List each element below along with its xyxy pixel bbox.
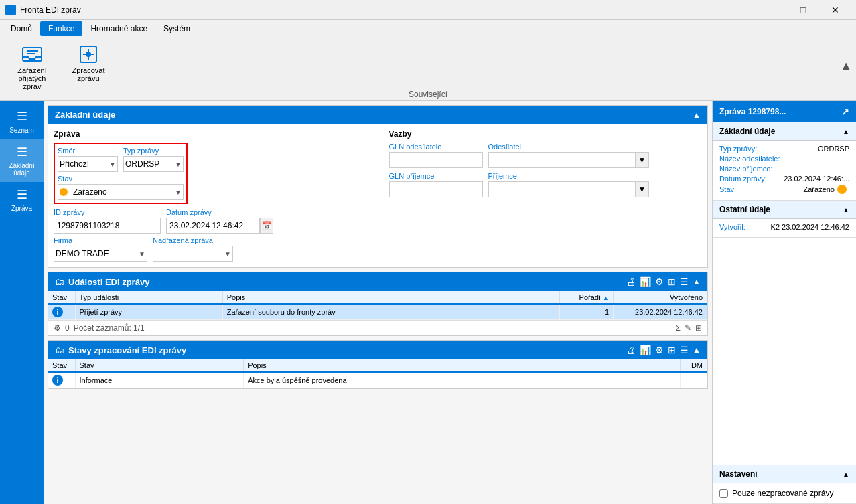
footer-export-icon[interactable]: ⊞ — [695, 323, 702, 333]
pouze-nezpracovane-checkbox[interactable] — [719, 489, 728, 498]
firma-label: Firma — [54, 236, 147, 244]
stav-label: Stav — [58, 175, 184, 183]
nadrazena-zprava-select[interactable]: ▼ — [153, 246, 233, 262]
udalosti-columns-icon[interactable]: ⊞ — [668, 276, 676, 287]
typ-zpravy-group: Typ zprávy ORDRSP ▼ — [123, 147, 184, 172]
info-icon: i — [52, 375, 63, 386]
typ-zpravy-select[interactable]: ORDRSP ▼ — [123, 156, 184, 172]
right-stav-row: Stav: Zařazeno — [719, 185, 849, 194]
toolbar-collapse-btn[interactable]: ▲ — [840, 59, 852, 73]
typ-zpravy-value: ORDRSP — [125, 159, 159, 169]
nadrazena-zprava-label: Nadřazená zpráva — [153, 236, 233, 244]
right-datum-zpravy-value: 23.02.2024 12:46:... — [784, 175, 849, 183]
stavy-print-icon[interactable]: 🖨 — [626, 345, 636, 355]
toolbar-zarazeni-btn[interactable]: Zařazení přijatých zpráv — [5, 40, 59, 94]
process-icon — [78, 44, 99, 65]
toolbar-zpracovat-btn[interactable]: Zpracovat zprávu — [62, 40, 115, 86]
udalosti-menu-icon[interactable]: ☰ — [680, 276, 689, 287]
app-icon — [5, 5, 16, 15]
udalosti-settings-icon[interactable]: ⚙ — [655, 276, 664, 287]
firma-value: DEMO TRADE — [56, 249, 109, 258]
firma-select[interactable]: DEMO TRADE ▼ — [54, 246, 147, 262]
udalosti-title: Události EDI zprávy — [68, 277, 149, 287]
stav-select[interactable]: Zařazeno ▼ — [58, 184, 184, 200]
right-zakladni-udaje-header[interactable]: Základní údaje ▲ — [713, 122, 856, 141]
table-row[interactable]: i Informace Akce byla úspěšně provedena — [48, 372, 707, 388]
datum-calendar-icon[interactable]: 📅 — [260, 218, 273, 234]
footer-edit-icon[interactable]: ✎ — [685, 323, 691, 333]
footer-sigma-icon[interactable]: Σ — [676, 323, 681, 333]
stavy-header[interactable]: 🗂 Stavy zpracování EDI zprávy 🖨 📊 ⚙ ⊞ ☰ … — [48, 341, 707, 359]
menu-domu[interactable]: Domů — [3, 21, 40, 36]
nadrazena-zprava-group: Nadřazená zpráva ▼ — [153, 236, 233, 262]
udalosti-print-icon[interactable]: 🖨 — [626, 276, 636, 287]
table-row[interactable]: i Přijetí zprávy Zařazení souboru do fro… — [48, 304, 707, 320]
minimize-button[interactable]: — — [756, 0, 786, 20]
gln-prijemce-row: GLN příjemce Příjemce ▼ — [389, 172, 703, 197]
sidebar-item-seznam[interactable]: ☰ Seznam — [0, 104, 44, 139]
right-nastaveni-header[interactable]: Nastavení ▲ — [713, 465, 856, 483]
zakladni-udaje-title: Základní údaje — [55, 110, 115, 120]
datum-zpravy-wrapper: 📅 — [166, 218, 273, 234]
right-nastaveni-section: Nastavení ▲ Pouze nezpracované zprávy — [713, 465, 856, 504]
sidebar-item-zprava[interactable]: ☰ Zpráva — [0, 182, 44, 218]
right-panel-title: Zpráva 1298798... — [719, 107, 786, 116]
stavy-columns-icon[interactable]: ⊞ — [668, 345, 676, 355]
right-stav-value-wrapper: Zařazeno — [804, 185, 849, 194]
right-vytvoril-row: Vytvořil: K2 23.02.2024 12:46:42 — [719, 223, 849, 231]
right-stav-dot-icon — [837, 185, 847, 194]
gln-odesilatele-input[interactable] — [389, 152, 483, 168]
svg-rect-1 — [27, 50, 38, 52]
odesilatel-input[interactable] — [488, 152, 636, 168]
window-controls: — □ ✕ — [756, 0, 851, 20]
stavy-body: Stav Stav Popis DM i Informace Akce — [48, 359, 707, 388]
right-vytvoril-label: Vytvořil: — [719, 223, 745, 231]
right-panel-open-icon[interactable]: ↗ — [841, 106, 849, 117]
right-nastaveni-content: Pouze nezpracované zprávy — [713, 483, 856, 503]
col-stav-text: Stav — [75, 359, 244, 372]
sidebar-zprava-icon: ☰ — [17, 187, 27, 202]
prijemce-wrapper: ▼ — [488, 181, 649, 197]
toolbar-section-label: Související — [0, 88, 856, 100]
menu-funkce[interactable]: Funkce — [40, 21, 82, 36]
id-zpravy-group: ID zprávy — [54, 208, 161, 234]
cell-stav-badge: i — [48, 372, 75, 388]
stav-dot-icon — [60, 188, 68, 196]
right-panel-header: Zpráva 1298798... ↗ — [713, 101, 856, 122]
right-vytvoril-value: K2 23.02.2024 12:46:42 — [771, 223, 849, 231]
maximize-button[interactable]: □ — [788, 0, 818, 20]
smer-select[interactable]: Příchozí ▼ — [58, 156, 118, 172]
sidebar-seznam-icon: ☰ — [17, 109, 27, 124]
udalosti-header[interactable]: 🗂 Události EDI zprávy 🖨 📊 ⚙ ⊞ ☰ ▲ — [48, 272, 707, 291]
sidebar: ☰ Seznam ☰ Základní údaje ☰ Zpráva — [0, 101, 44, 504]
right-ostatni-udaje-header[interactable]: Ostatní údaje ▲ — [713, 201, 856, 219]
datum-zpravy-input[interactable] — [166, 218, 260, 234]
sidebar-item-zakladni-udaje[interactable]: ☰ Základní údaje — [0, 139, 44, 182]
odesilatel-dropdown-icon[interactable]: ▼ — [636, 152, 649, 168]
stavy-chart-icon[interactable]: 📊 — [640, 345, 651, 355]
sort-up-icon: ▲ — [603, 295, 609, 301]
prijemce-input[interactable] — [488, 181, 636, 197]
prijemce-dropdown-icon[interactable]: ▼ — [636, 181, 649, 197]
menu-hromadne-akce[interactable]: Hromadné akce — [82, 21, 155, 36]
id-zpravy-input[interactable] — [54, 218, 161, 234]
footer-settings-icon[interactable]: ⚙ — [54, 323, 61, 333]
prijemce-group: Příjemce ▼ — [488, 172, 649, 197]
stavy-menu-icon[interactable]: ☰ — [680, 345, 689, 355]
right-zakladni-udaje-title: Základní údaje — [719, 127, 775, 136]
gln-prijemce-input[interactable] — [389, 181, 483, 197]
sidebar-zakladni-icon: ☰ — [17, 145, 27, 159]
stavy-settings-icon[interactable]: ⚙ — [655, 345, 664, 355]
zprava-label: Zpráva — [54, 129, 367, 139]
close-button[interactable]: ✕ — [820, 0, 851, 20]
cell-stav-text: Informace — [75, 372, 244, 388]
udalosti-footer: ⚙ 0 Počet záznamů: 1/1 Σ ✎ ⊞ — [48, 320, 707, 335]
smer-arrow-icon: ▼ — [109, 161, 116, 168]
right-typ-zpravy-row: Typ zprávy: ORDRSP — [719, 145, 849, 153]
udalosti-chart-icon[interactable]: 📊 — [640, 276, 651, 287]
gln-prijemce-label: GLN příjemce — [389, 172, 483, 180]
menu-system[interactable]: Systém — [155, 21, 198, 36]
zakladni-udaje-header[interactable]: Základní údaje ▲ — [48, 106, 707, 124]
right-stav-label: Stav: — [719, 185, 736, 193]
cell-vytvoreno: 23.02.2024 12:46:42 — [614, 304, 707, 320]
